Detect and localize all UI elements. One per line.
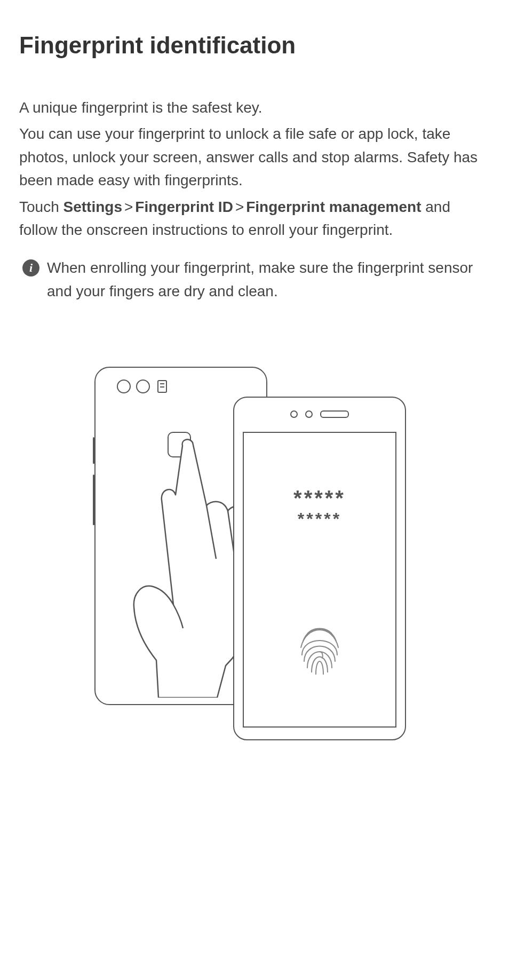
page-title: Fingerprint identification bbox=[19, 32, 490, 59]
tip-row: i When enrolling your fingerprint, make … bbox=[19, 256, 490, 303]
description-paragraph: You can use your fingerprint to unlock a… bbox=[19, 122, 490, 192]
instruction-prefix: Touch bbox=[19, 199, 63, 215]
breadcrumb-fingerprint-id: Fingerprint ID bbox=[135, 199, 233, 215]
camera-lens-icon bbox=[136, 380, 150, 393]
breadcrumb-separator: > bbox=[122, 199, 135, 215]
sensor-dot-icon bbox=[290, 410, 298, 418]
flash-icon bbox=[157, 380, 167, 393]
earpiece-icon bbox=[320, 410, 349, 418]
breadcrumb-fingerprint-management: Fingerprint management bbox=[246, 199, 421, 215]
instruction-paragraph: Touch Settings>Fingerprint ID>Fingerprin… bbox=[19, 195, 490, 242]
camera-row bbox=[117, 380, 167, 393]
password-mask-line: ***** bbox=[244, 510, 395, 528]
breadcrumb-separator: > bbox=[233, 199, 246, 215]
fingerprint-icon bbox=[296, 620, 344, 678]
phone-front-outline: ***** ***** bbox=[233, 397, 406, 740]
camera-lens-icon bbox=[117, 380, 131, 393]
phone-screen: ***** ***** bbox=[243, 432, 396, 728]
tip-text: When enrolling your fingerprint, make su… bbox=[47, 256, 490, 303]
sensor-dot-icon bbox=[305, 410, 313, 418]
intro-line: A unique fingerprint is the safest key. bbox=[19, 96, 490, 119]
illustration: ***** ***** bbox=[89, 367, 420, 783]
document-page: Fingerprint identification A unique fing… bbox=[0, 0, 509, 804]
info-icon: i bbox=[22, 259, 39, 276]
earpiece-row bbox=[234, 410, 405, 418]
password-mask: ***** ***** bbox=[244, 486, 395, 528]
breadcrumb-settings: Settings bbox=[63, 199, 122, 215]
password-mask-line: ***** bbox=[244, 486, 395, 510]
